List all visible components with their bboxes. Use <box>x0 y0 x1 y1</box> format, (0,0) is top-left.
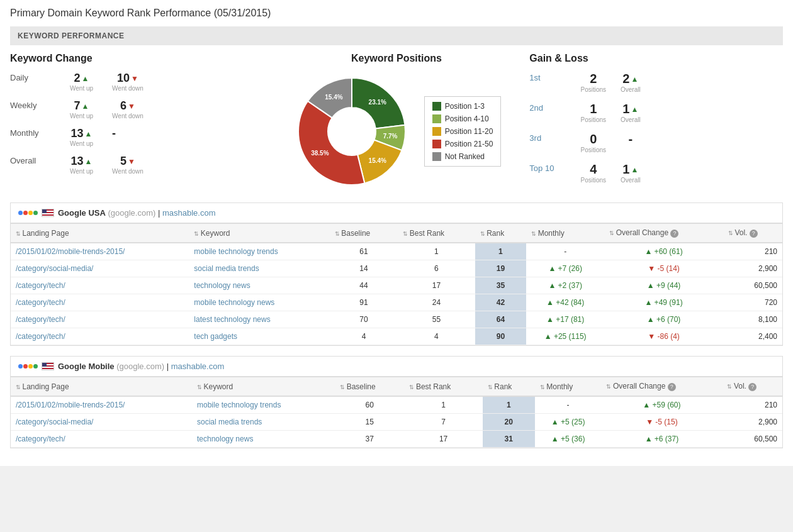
keyword-change-title: Keyword Change <box>10 53 264 64</box>
overall-change-cell: ▲ +60 (61) <box>604 243 723 260</box>
rank-cell: 90 <box>475 328 527 345</box>
overall-change-cell: ▲ +6 (37) <box>601 431 722 448</box>
best-rank-cell: 7 <box>404 414 482 431</box>
gain-loss-overall: 2 ▲ Overall <box>613 72 648 93</box>
vol-cell: 2,900 <box>723 260 782 277</box>
page-title: Primary Domain Keyword Rank Performance … <box>10 8 783 19</box>
table-col-header[interactable]: ⇅ Keyword <box>189 224 329 243</box>
us-flag <box>42 209 54 217</box>
overall-change-cell: ▼ -5 (14) <box>604 260 723 277</box>
legend-label: Position 21-50 <box>445 140 493 148</box>
table-col-header[interactable]: ⇅ Overall Change ? <box>601 377 722 397</box>
rank-cell: 1 <box>483 396 535 414</box>
vol-cell: 210 <box>722 396 782 414</box>
monthly-cell: ▲ +5 (25) <box>535 414 602 431</box>
gain-loss-positions: 1 Positions <box>576 102 610 123</box>
vol-cell: 60,500 <box>722 431 782 448</box>
kw-down-val: 6 ▼ Went down <box>112 99 143 119</box>
donut-center <box>329 109 374 154</box>
landing-page-cell: /category/social-media/ <box>11 260 189 277</box>
vol-cell: 210 <box>723 243 782 260</box>
landing-page-cell: /category/social-media/ <box>11 414 192 431</box>
table-row: /category/tech/tech gadgets4490▲ +25 (11… <box>11 328 782 345</box>
vol-cell: 720 <box>723 294 782 311</box>
legend-item: Position 1-3 <box>432 102 493 111</box>
kw-up-val: 7 ▲ Went up <box>70 99 93 119</box>
kw-down-val: 10 ▼ Went down <box>112 72 143 92</box>
vol-cell: 2,900 <box>722 414 782 431</box>
vol-cell: 60,500 <box>723 277 782 294</box>
donut-label: 7.7% <box>383 133 397 140</box>
help-icon[interactable]: ? <box>748 383 756 391</box>
overall-change-cell: ▲ +9 (44) <box>604 277 723 294</box>
google-icon <box>18 211 38 215</box>
table-col-header[interactable]: ⇅ Rank <box>483 377 535 397</box>
kw-label: Weekly <box>10 99 51 110</box>
kw-up-val: 13 ▲ Went up <box>70 155 93 175</box>
arrow-up-icon: ▲ <box>82 74 89 83</box>
keyword-cell: mobile technology news <box>189 294 329 311</box>
monthly-cell: ▲ +5 (36) <box>535 431 602 448</box>
kw-label: Daily <box>10 72 51 82</box>
kw-change-row: Daily 2 ▲ Went up 10 ▼ Went down <box>10 72 264 92</box>
legend-label: Position 1-3 <box>445 102 485 111</box>
arrow-up-icon: ▲ <box>85 157 93 166</box>
table-col-header[interactable]: ⇅ Monthly <box>526 224 604 243</box>
table-col-header[interactable]: ⇅ Baseline <box>330 224 398 243</box>
best-rank-cell: 1 <box>404 396 482 414</box>
donut-container: 23.1%7.7%15.4%38.5%15.4% Position 1-3 Po… <box>270 72 524 191</box>
donut-label: 38.5% <box>311 150 329 157</box>
table-col-header[interactable]: ⇅ Vol. ? <box>723 224 782 243</box>
keyword-cell: technology news <box>189 277 329 294</box>
baseline-cell: 15 <box>335 414 404 431</box>
monthly-cell: ▲ +17 (81) <box>526 311 604 328</box>
help-icon[interactable]: ? <box>750 230 758 238</box>
google-mobile-label: Google Mobile (google.com) | mashable.co… <box>58 362 224 371</box>
keyword-cell: social media trends <box>189 260 329 277</box>
gain-loss-row: Top 10 4 Positions 1 ▲ Overall <box>529 162 783 184</box>
baseline-cell: 70 <box>330 311 398 328</box>
google-usa-label: Google USA (google.com) | mashable.com <box>58 208 216 218</box>
table-col-header[interactable]: ⇅ Landing Page <box>11 224 189 243</box>
kw-label: Overall <box>10 155 51 165</box>
legend-color <box>432 114 441 123</box>
best-rank-cell: 17 <box>398 277 475 294</box>
table-col-header[interactable]: ⇅ Landing Page <box>11 377 192 397</box>
legend-item: Position 4-10 <box>432 114 493 123</box>
arrow-down-icon: ▼ <box>128 102 135 111</box>
table-col-header[interactable]: ⇅ Baseline <box>335 377 404 397</box>
table-col-header[interactable]: ⇅ Best Rank <box>404 377 482 397</box>
table-col-header[interactable]: ⇅ Best Rank <box>398 224 475 243</box>
table-col-header[interactable]: ⇅ Keyword <box>192 377 335 397</box>
google-mobile-header: Google Mobile (google.com) | mashable.co… <box>11 357 782 377</box>
keyword-cell: latest technology news <box>189 311 329 328</box>
gain-loss-col: Gain & Loss 1st 2 Positions 2 ▲ Overall … <box>529 53 783 192</box>
monthly-cell: ▲ +25 (115) <box>526 328 604 345</box>
gain-loss-title: Gain & Loss <box>529 53 783 64</box>
help-icon[interactable]: ? <box>670 230 678 238</box>
rank-cell: 42 <box>475 294 527 311</box>
landing-page-cell: /category/tech/ <box>11 294 189 311</box>
kw-down-val: 5 ▼ Went down <box>112 155 143 175</box>
table-col-header[interactable]: ⇅ Overall Change ? <box>604 224 723 243</box>
gain-loss-overall: 1 ▲ Overall <box>613 162 648 184</box>
table-col-header[interactable]: ⇅ Rank <box>475 224 527 243</box>
gain-loss-label: 3rd <box>529 132 573 143</box>
gain-loss-positions: 2 Positions <box>576 72 610 93</box>
help-icon[interactable]: ? <box>668 383 676 391</box>
gain-loss-positions: 4 Positions <box>576 162 610 184</box>
legend-color <box>432 140 441 148</box>
kw-label: Monthly <box>10 127 51 138</box>
table-col-header[interactable]: ⇅ Monthly <box>535 377 602 397</box>
table-col-header[interactable]: ⇅ Vol. ? <box>722 377 782 397</box>
donut-label: 15.4% <box>325 94 342 101</box>
gain-loss-label: Top 10 <box>529 162 573 173</box>
keyword-cell: mobile technology trends <box>192 396 335 414</box>
rank-cell: 35 <box>475 277 527 294</box>
landing-page-cell: /category/tech/ <box>11 431 192 448</box>
legend-color <box>432 127 441 136</box>
table-row: /category/tech/latest technology news705… <box>11 311 782 328</box>
google-mobile-section: Google Mobile (google.com) | mashable.co… <box>10 356 783 448</box>
gain-loss-overall: - <box>613 132 648 147</box>
kw-perf-section-header: KEYWORD PERFORMANCE <box>10 26 783 45</box>
